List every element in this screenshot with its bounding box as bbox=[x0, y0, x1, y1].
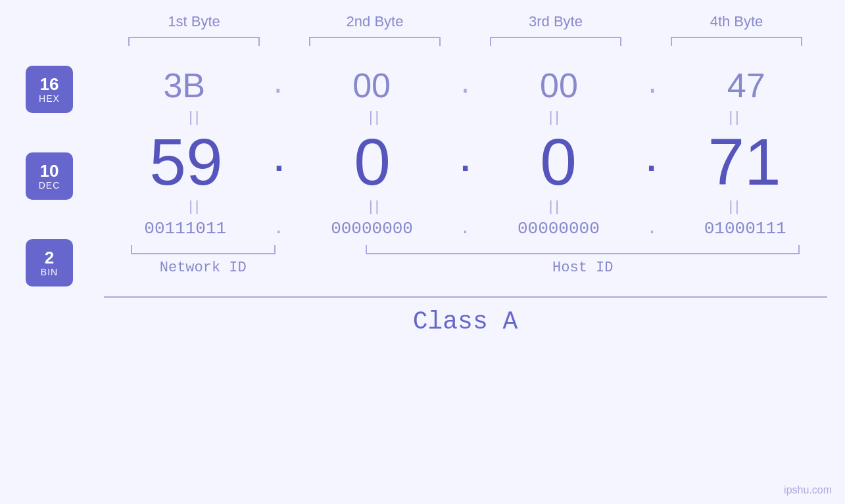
equals-row-1: || || || || bbox=[85, 108, 845, 126]
dec-cell-2: 0 bbox=[300, 129, 445, 195]
hex-row: 3B . 00 . 00 . 47 bbox=[85, 66, 845, 105]
byte-header-3: 3rd Byte bbox=[483, 13, 628, 30]
badge-dec: 10 DEC bbox=[26, 152, 73, 200]
hex-value-4: 47 bbox=[727, 66, 765, 104]
bin-cell-4: 01000111 bbox=[673, 219, 817, 239]
dec-value-3: 0 bbox=[540, 125, 577, 198]
hex-value-1: 3B bbox=[163, 66, 205, 104]
watermark: ipshu.com bbox=[784, 484, 832, 496]
badge-hex: 16 HEX bbox=[26, 66, 73, 113]
data-grid: 3B . 00 . 00 . 47 || || || || bbox=[85, 59, 845, 286]
hex-dot-3: . bbox=[644, 71, 660, 101]
dec-cell-3: 0 bbox=[486, 129, 631, 195]
dec-dot-3: . bbox=[641, 143, 662, 181]
eq-1-3: || bbox=[483, 108, 627, 126]
bin-dot-2: . bbox=[460, 218, 471, 239]
bracket-top-1 bbox=[128, 37, 260, 46]
dec-dot-1: . bbox=[269, 143, 289, 181]
bin-row: 00111011 . 00000000 . 00000000 . 0100011… bbox=[85, 218, 845, 239]
bin-cell-2: 00000000 bbox=[300, 219, 445, 239]
bracket-bottom-host bbox=[366, 245, 800, 254]
dec-row: 59 . 0 . 0 . 71 bbox=[85, 129, 845, 195]
main-container: 1st Byte 2nd Byte 3rd Byte 4th Byte 16 H… bbox=[0, 0, 845, 504]
byte-header-2: 2nd Byte bbox=[302, 13, 447, 30]
bracket-bottom-network bbox=[131, 245, 276, 254]
dec-value-2: 0 bbox=[354, 125, 391, 198]
byte-header-1: 1st Byte bbox=[122, 13, 266, 30]
bracket-top-2 bbox=[309, 37, 441, 46]
bin-value-1: 00111011 bbox=[144, 219, 226, 239]
bottom-labels-row: Network ID Host ID bbox=[85, 254, 845, 281]
network-id-label: Network ID bbox=[131, 260, 276, 276]
hex-dot-1: . bbox=[270, 71, 286, 101]
eq-1-4: || bbox=[663, 108, 808, 126]
top-brackets bbox=[104, 37, 827, 46]
class-label: Class A bbox=[104, 308, 827, 336]
badge-bin-num: 2 bbox=[45, 248, 54, 267]
eq-2-4: || bbox=[663, 198, 808, 215]
bracket-top-3 bbox=[490, 37, 621, 46]
hex-dot-2: . bbox=[457, 71, 473, 101]
dec-cell-4: 71 bbox=[672, 129, 817, 195]
badge-bin-label: BIN bbox=[41, 267, 58, 277]
bottom-brackets-row bbox=[85, 239, 845, 254]
bin-dot-1: . bbox=[273, 218, 284, 239]
bin-value-3: 00000000 bbox=[518, 219, 600, 239]
byte-headers: 1st Byte 2nd Byte 3rd Byte 4th Byte bbox=[104, 13, 827, 30]
bin-value-2: 00000000 bbox=[331, 219, 413, 239]
class-section: Class A bbox=[104, 296, 827, 336]
eq-2-3: || bbox=[483, 198, 627, 215]
class-line bbox=[104, 296, 827, 298]
bin-value-4: 01000111 bbox=[704, 219, 786, 239]
bin-cell-3: 00000000 bbox=[486, 219, 631, 239]
hex-value-3: 00 bbox=[540, 66, 578, 104]
dec-value-4: 71 bbox=[708, 125, 781, 198]
bin-cell-1: 00111011 bbox=[113, 219, 258, 239]
hex-value-2: 00 bbox=[352, 66, 391, 104]
badge-dec-num: 10 bbox=[40, 162, 59, 181]
hex-cell-4: 47 bbox=[674, 66, 819, 105]
dec-dot-2: . bbox=[455, 143, 475, 181]
eq-1-1: || bbox=[123, 108, 268, 126]
eq-2-1: || bbox=[123, 198, 268, 215]
host-id-label: Host ID bbox=[366, 260, 800, 276]
eq-1-2: || bbox=[303, 108, 448, 126]
byte-header-4: 4th Byte bbox=[664, 13, 809, 30]
badges-column: 16 HEX 10 DEC 2 BIN bbox=[0, 59, 85, 286]
bracket-top-4 bbox=[671, 37, 802, 46]
dec-value-1: 59 bbox=[149, 125, 222, 198]
badge-dec-label: DEC bbox=[39, 180, 60, 191]
hex-cell-2: 00 bbox=[299, 66, 444, 105]
hex-cell-3: 00 bbox=[487, 66, 631, 105]
hex-cell-1: 3B bbox=[112, 66, 256, 105]
eq-2-2: || bbox=[303, 198, 448, 215]
equals-row-2: || || || || bbox=[85, 198, 845, 215]
badge-hex-num: 16 bbox=[40, 75, 59, 94]
badge-bin: 2 BIN bbox=[26, 239, 73, 286]
dec-cell-1: 59 bbox=[114, 129, 258, 195]
bin-dot-3: . bbox=[646, 218, 658, 239]
badge-hex-label: HEX bbox=[39, 93, 60, 104]
